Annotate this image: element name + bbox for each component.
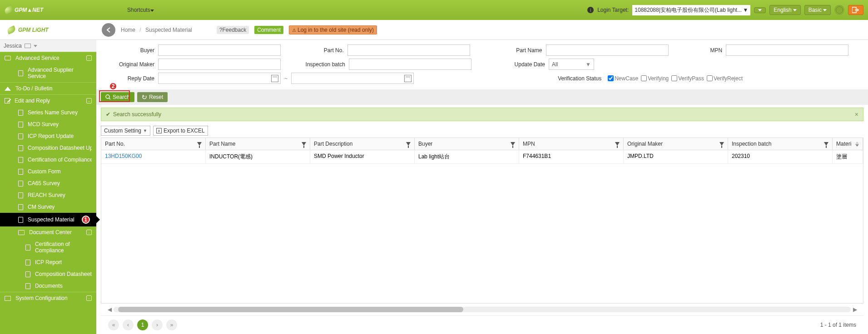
scroll-track[interactable] xyxy=(114,307,851,312)
feedback-button[interactable]: ?Feedback xyxy=(217,26,249,34)
sidebar-item-icp[interactable]: ICP Report Update xyxy=(0,130,96,142)
close-message-button[interactable]: × xyxy=(855,111,858,118)
sidebar-item-dc-coc[interactable]: Certification of Compliance xyxy=(0,238,96,256)
col-partno[interactable]: Part No. xyxy=(101,138,206,150)
second-bar: GPM LiGHT Home / Suspected Material ?Fee… xyxy=(0,20,868,40)
sidebar-item-dc-cds[interactable]: Composition Datasheet xyxy=(0,268,96,280)
leaf-icon xyxy=(6,25,16,34)
sidebar-item-cm[interactable]: CM Survey xyxy=(0,201,96,213)
filter-icon[interactable] xyxy=(615,142,620,146)
collapse-icon[interactable]: – xyxy=(86,230,92,235)
reset-button[interactable]: Reset xyxy=(137,92,168,102)
input-partno[interactable] xyxy=(347,44,470,56)
checkbox-verifypass[interactable]: VerifyPass xyxy=(671,75,704,82)
export-excel-button[interactable]: x Export to EXCEL xyxy=(153,126,208,136)
col-partdesc[interactable]: Part Description xyxy=(310,138,415,150)
sidebar-item-coc[interactable]: Certification of Compliance Update xyxy=(0,154,96,166)
col-label: Materi xyxy=(836,141,851,147)
checkbox-newcase[interactable]: NewCase xyxy=(608,75,638,82)
col-partname[interactable]: Part Name xyxy=(206,138,310,150)
back-button[interactable] xyxy=(102,23,115,37)
custom-setting-button[interactable]: Custom Setting▼ xyxy=(101,126,150,136)
mode-select[interactable]: Basic xyxy=(804,5,831,15)
comment-button[interactable]: Comment xyxy=(254,26,283,34)
sidebar-item-custom[interactable]: Custom Form xyxy=(0,166,96,177)
scroll-left-icon[interactable]: ◀ xyxy=(105,306,114,313)
product-logo: GPM LiGHT xyxy=(7,27,96,33)
select-value: All xyxy=(552,61,558,68)
checkbox-verifying[interactable]: Verifying xyxy=(641,75,669,82)
pager-info: 1 - 1 of 1 items xyxy=(820,322,856,328)
collapse-icon[interactable]: – xyxy=(86,98,92,103)
filter-icon[interactable] xyxy=(719,142,724,146)
globe-icon[interactable] xyxy=(834,5,844,15)
sidebar-item-advanced-service[interactable]: Advanced Service – xyxy=(0,52,96,64)
filter-icon[interactable] xyxy=(302,142,306,146)
pager-last[interactable]: » xyxy=(166,319,177,330)
old-site-link[interactable]: Log in to the old site (read only) xyxy=(289,25,377,34)
scroll-right-icon[interactable]: ▶ xyxy=(851,306,859,313)
input-reply-date-to[interactable] xyxy=(291,73,414,84)
crumb-home[interactable]: Home xyxy=(121,27,135,33)
sidebar-item-label: Document Center xyxy=(29,229,72,236)
home-icon xyxy=(5,87,11,91)
sidebar-item-todo[interactable]: To-Do / Bulletin xyxy=(0,82,96,94)
shortcuts-menu[interactable]: Shortcuts xyxy=(127,7,154,13)
input-original-maker[interactable] xyxy=(158,59,281,70)
search-button[interactable]: Search xyxy=(101,92,134,102)
user-row[interactable]: Jessica xyxy=(0,40,96,52)
filter-icon[interactable] xyxy=(511,142,515,146)
input-reply-date-from[interactable] xyxy=(158,73,281,84)
horizontal-scrollbar[interactable]: ◀ ▶ xyxy=(101,305,863,314)
filter-icon[interactable] xyxy=(406,142,411,146)
sidebar-item-series[interactable]: Series Name Survey xyxy=(0,107,96,118)
sidebar-item-edit-reply[interactable]: Edit and Reply – xyxy=(0,94,96,107)
pager-next[interactable]: › xyxy=(152,319,163,330)
language-select[interactable]: English xyxy=(769,5,800,15)
sidebar-item-mcd[interactable]: MCD Survey xyxy=(0,118,96,130)
results-grid: Part No. Part Name Part Description Buye… xyxy=(101,138,863,304)
sidebar-item-system-config[interactable]: System Configuration – xyxy=(0,292,96,304)
sidebar-item-advanced-supplier[interactable]: Advanced Supplier Service xyxy=(0,64,96,82)
input-inspection-batch[interactable] xyxy=(349,59,471,70)
col-buyer[interactable]: Buyer xyxy=(415,138,519,150)
input-partname[interactable] xyxy=(546,44,669,56)
input-mpn[interactable] xyxy=(726,44,848,56)
folder-icon xyxy=(18,230,25,235)
pager-current[interactable]: 1 xyxy=(137,319,148,330)
col-original-maker[interactable]: Original Maker xyxy=(624,138,728,150)
cell-original-maker: JMPD.LTD xyxy=(624,150,728,163)
user-name: Jessica xyxy=(4,43,22,49)
filter-icon[interactable] xyxy=(197,142,202,146)
collapse-icon[interactable]: – xyxy=(86,55,92,61)
cell-partno[interactable]: 13HD150KG00 xyxy=(101,150,206,163)
checkbox-verifyreject[interactable]: VerifyReject xyxy=(707,75,743,82)
scroll-thumb[interactable] xyxy=(118,307,463,312)
sidebar-item-document-center[interactable]: Document Center – xyxy=(0,226,96,238)
sidebar-item-cds[interactable]: Composition Datasheet Update xyxy=(0,142,96,154)
sidebar-item-dc-docs[interactable]: Documents xyxy=(0,280,96,292)
col-label: Part No. xyxy=(105,141,125,147)
col-mpn[interactable]: MPN xyxy=(519,138,624,150)
pager-first[interactable]: « xyxy=(108,319,119,330)
login-target-dropdown-button[interactable] xyxy=(754,7,766,13)
sidebar-item-suspected-material[interactable]: Suspected Material 1 xyxy=(0,213,96,226)
check-icon: ✔ xyxy=(106,111,110,118)
sidebar-item-dc-icp[interactable]: ICP Report xyxy=(0,256,96,268)
checkbox-label: VerifyPass xyxy=(678,75,704,82)
collapse-icon[interactable]: – xyxy=(86,295,92,301)
pager-prev[interactable]: ‹ xyxy=(123,319,134,330)
sidebar-item-ca65[interactable]: CA65 Survey xyxy=(0,177,96,189)
logout-button[interactable] xyxy=(848,5,863,15)
document-icon xyxy=(18,157,23,163)
cell-partdesc: SMD Power Inductor xyxy=(310,150,415,163)
select-update-date[interactable]: All▼ xyxy=(549,59,594,70)
input-buyer[interactable] xyxy=(158,44,281,56)
filter-icon[interactable] xyxy=(824,142,828,146)
sidebar-item-reach[interactable]: REACH Survey xyxy=(0,189,96,201)
login-target-select[interactable]: 10882088|安柏电子股份有限公司(Lab light... ▼ xyxy=(632,5,750,15)
col-material[interactable]: Materi xyxy=(833,138,863,150)
grid-body: 13HD150KG00 INDUCTOR(電感) SMD Power Induc… xyxy=(101,150,863,303)
table-row[interactable]: 13HD150KG00 INDUCTOR(電感) SMD Power Induc… xyxy=(101,150,863,164)
col-inspection-batch[interactable]: Inspection batch xyxy=(728,138,833,150)
